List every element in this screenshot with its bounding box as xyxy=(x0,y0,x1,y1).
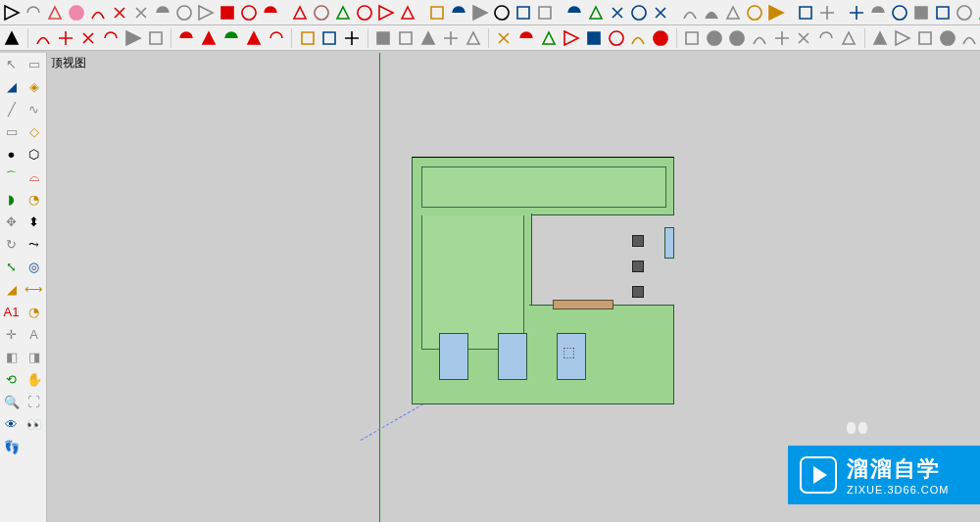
scale-2-icon[interactable] xyxy=(243,27,264,49)
hidden-line-icon[interactable] xyxy=(911,2,931,24)
cam-iso-icon[interactable] xyxy=(373,27,394,49)
pan-l-icon[interactable]: ✋ xyxy=(23,368,45,391)
house-5-icon[interactable] xyxy=(816,27,837,49)
curve-1-icon[interactable] xyxy=(33,27,54,49)
cam-front-icon[interactable] xyxy=(417,27,438,49)
cam-back-icon[interactable] xyxy=(463,27,483,49)
xray-icon[interactable] xyxy=(847,2,866,24)
rectangle-l-icon[interactable]: ▭ xyxy=(0,120,23,143)
tape-l-icon[interactable]: ◢ xyxy=(0,278,23,301)
rotated-rect-l-icon[interactable]: ◇ xyxy=(23,120,45,143)
move-l-icon[interactable]: ✥ xyxy=(0,211,23,233)
pie-icon[interactable] xyxy=(261,2,280,24)
paint-bucket-l-icon[interactable]: ◢ xyxy=(0,75,23,98)
house-6-icon[interactable] xyxy=(839,27,859,49)
rotated-rect-icon[interactable] xyxy=(153,2,172,24)
section-l-icon[interactable]: ◧ xyxy=(0,346,23,368)
back-edges-icon[interactable] xyxy=(868,2,888,24)
text-label-icon[interactable] xyxy=(492,2,512,24)
zoom-ext-l-icon[interactable]: ⛶ xyxy=(23,391,45,413)
pencil-icon[interactable] xyxy=(88,2,108,24)
axes-icon[interactable] xyxy=(514,2,533,24)
eraser-icon[interactable] xyxy=(67,2,86,24)
zoom-window-icon[interactable] xyxy=(629,2,649,24)
move-icon[interactable] xyxy=(290,2,310,24)
follow-me-icon[interactable] xyxy=(355,2,374,24)
make-component-icon[interactable]: ▭ xyxy=(23,53,45,75)
pan-icon[interactable] xyxy=(586,2,606,24)
monochrome-icon[interactable] xyxy=(976,2,980,24)
shaded-textures-icon[interactable] xyxy=(955,2,974,24)
offset-l-icon[interactable]: ◎ xyxy=(23,256,45,278)
house-4-icon[interactable] xyxy=(794,27,814,49)
section-fill-l-icon[interactable]: ◨ xyxy=(23,346,45,368)
house-2-icon[interactable] xyxy=(749,27,769,49)
model-group[interactable]: ⬚ xyxy=(412,157,676,405)
fog-icon[interactable] xyxy=(817,2,837,24)
rotate-l-icon[interactable]: ↻ xyxy=(0,233,23,256)
box-2-icon[interactable] xyxy=(892,27,912,49)
axes-l-icon[interactable]: ✛ xyxy=(0,323,23,346)
rotate-2-icon[interactable] xyxy=(221,27,242,49)
polygon-l-icon[interactable]: ⬡ xyxy=(23,143,45,166)
arc-3pt-icon[interactable] xyxy=(239,2,259,24)
face-tool-1-icon[interactable] xyxy=(122,27,143,49)
blank-l-icon[interactable] xyxy=(23,436,45,458)
select-icon[interactable]: ↖ xyxy=(0,53,23,75)
warehouse-2-icon[interactable] xyxy=(705,27,725,49)
plugin-2-icon[interactable] xyxy=(516,27,537,49)
curve-4-icon[interactable] xyxy=(100,27,121,49)
tape-measure-icon[interactable] xyxy=(427,2,447,24)
scale-l-icon[interactable]: ⤡ xyxy=(0,256,23,278)
line-icon[interactable]: ╱ xyxy=(0,98,23,120)
push-pull-icon[interactable] xyxy=(312,2,331,24)
wireframe-icon[interactable] xyxy=(890,2,909,24)
section-plane-icon[interactable] xyxy=(745,2,764,24)
offset-2-icon[interactable] xyxy=(266,27,286,49)
zoom-l-icon[interactable]: 🔍 xyxy=(0,391,23,413)
position-camera-icon[interactable] xyxy=(680,2,700,24)
dimension-icon[interactable] xyxy=(449,2,468,24)
push-pull-l-icon[interactable]: ⬍ xyxy=(23,211,45,233)
arc-2pt-icon[interactable] xyxy=(218,2,237,24)
protractor-icon[interactable] xyxy=(470,2,490,24)
arc-l-icon[interactable]: ⌒ xyxy=(0,166,23,188)
shadows-icon[interactable] xyxy=(796,2,815,24)
plugin-1-icon[interactable] xyxy=(494,27,514,49)
plugin-6-icon[interactable] xyxy=(606,27,626,49)
scale-icon[interactable] xyxy=(376,2,396,24)
text-l-icon[interactable]: A1 xyxy=(0,301,23,323)
offset-icon[interactable] xyxy=(398,2,417,24)
protractor-l-icon[interactable]: ◔ xyxy=(23,301,45,323)
3d-text-l-icon[interactable]: A xyxy=(23,323,45,346)
plugin-3-icon[interactable] xyxy=(539,27,560,49)
orbit-l-icon[interactable]: ⟲ xyxy=(0,368,23,391)
move-2-icon[interactable] xyxy=(176,27,197,49)
plugin-5-icon[interactable] xyxy=(583,27,604,49)
plugin-4-icon[interactable] xyxy=(561,27,581,49)
orbit-icon-icon[interactable] xyxy=(564,2,584,24)
polygon-icon[interactable] xyxy=(196,2,216,24)
text-2-icon[interactable] xyxy=(342,27,363,49)
freehand-icon[interactable] xyxy=(110,2,129,24)
plugin-7-icon[interactable] xyxy=(628,27,649,49)
arc-2pt-l-icon[interactable]: ⌓ xyxy=(23,166,45,188)
paint-bucket-icon[interactable] xyxy=(45,2,65,24)
house-1-icon[interactable] xyxy=(726,27,747,49)
ruby-icon[interactable] xyxy=(651,27,671,49)
house-3-icon[interactable] xyxy=(771,27,792,49)
tape-2-icon[interactable] xyxy=(297,27,318,49)
circle-l-icon[interactable]: ● xyxy=(0,143,23,166)
select-arrow-2-icon[interactable] xyxy=(2,27,23,49)
curve-3-icon[interactable] xyxy=(78,27,99,49)
section-display-icon[interactable] xyxy=(766,2,786,24)
face-tool-2-icon[interactable] xyxy=(145,27,166,49)
look-around-icon[interactable] xyxy=(702,2,721,24)
select-arrow-icon[interactable] xyxy=(2,2,22,24)
rotate-icon[interactable] xyxy=(333,2,353,24)
follow-me-l-icon[interactable]: ⤳ xyxy=(23,233,45,256)
box-3-icon[interactable] xyxy=(914,27,935,49)
shaded-icon[interactable] xyxy=(933,2,953,24)
box-4-icon[interactable] xyxy=(937,27,957,49)
walk-icon[interactable] xyxy=(723,2,743,24)
